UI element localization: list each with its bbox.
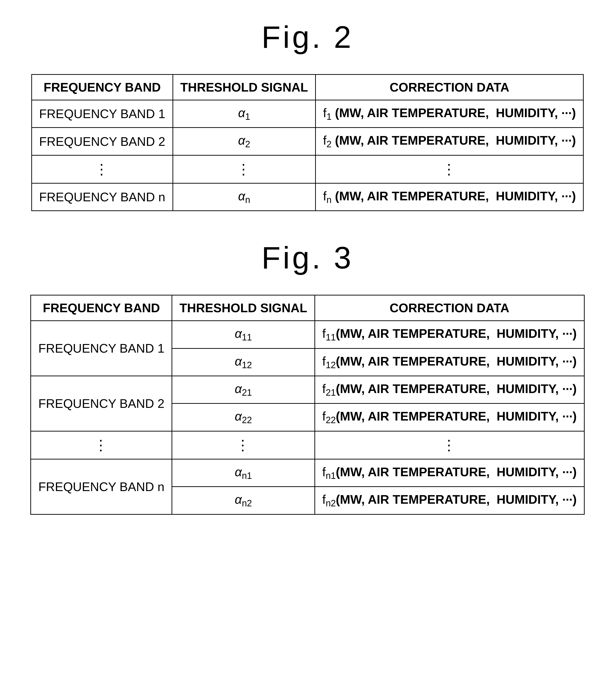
fig3-header-freq: FREQUENCY BAND	[31, 295, 172, 321]
fig2-title: Fig. 2	[261, 19, 354, 55]
table-row: FREQUENCY BAND 2 α2 f2 (MW, AIR TEMPERAT…	[31, 128, 584, 155]
fig3-title: Fig. 3	[261, 240, 354, 276]
fig2-rown-corr: fn (MW, AIR TEMPERATURE, HUMIDITY, ···)	[316, 183, 584, 211]
fig2-row2-freq: FREQUENCY BAND 2	[31, 128, 173, 155]
fig2-row1-freq: FREQUENCY BAND 1	[31, 100, 173, 128]
fig2-table: FREQUENCY BAND THRESHOLD SIGNAL CORRECTI…	[31, 74, 584, 211]
table-row: FREQUENCY BAND 1 α11 f11(MW, AIR TEMPERA…	[31, 321, 584, 348]
fig3-band1-thresh2: α12	[172, 348, 315, 376]
fig2-dots-corr: ⋮	[316, 155, 584, 183]
fig3-dots-thresh: ⋮	[172, 431, 315, 459]
table-row-dots: ⋮ ⋮ ⋮	[31, 431, 584, 459]
fig3-band1-thresh1: α11	[172, 321, 315, 348]
table-row-dots: ⋮ ⋮ ⋮	[31, 155, 584, 183]
fig2-row2-corr: f2 (MW, AIR TEMPERATURE, HUMIDITY, ···)	[316, 128, 584, 155]
table-row: FREQUENCY BAND 2 α21 f21(MW, AIR TEMPERA…	[31, 376, 584, 403]
fig3-bandn-corr1: fn1(MW, AIR TEMPERATURE, HUMIDITY, ···)	[315, 459, 584, 487]
fig3-header-thresh: THRESHOLD SIGNAL	[172, 295, 315, 321]
fig3-band2-corr2: f22(MW, AIR TEMPERATURE, HUMIDITY, ···)	[315, 403, 584, 431]
fig2-dots-thresh: ⋮	[173, 155, 316, 183]
table-row: FREQUENCY BAND n αn1 fn1(MW, AIR TEMPERA…	[31, 459, 584, 487]
fig3-band1-corr2: f12(MW, AIR TEMPERATURE, HUMIDITY, ···)	[315, 348, 584, 376]
fig2-dots-freq: ⋮	[31, 155, 173, 183]
figure-2: Fig. 2 FREQUENCY BAND THRESHOLD SIGNAL C…	[24, 19, 591, 211]
fig2-header-thresh: THRESHOLD SIGNAL	[173, 75, 316, 100]
fig2-rown-thresh: αn	[173, 183, 316, 211]
table-row: FREQUENCY BAND 1 α1 f1 (MW, AIR TEMPERAT…	[31, 100, 584, 128]
fig2-row2-thresh: α2	[173, 128, 316, 155]
table-row: FREQUENCY BAND n αn fn (MW, AIR TEMPERAT…	[31, 183, 584, 211]
fig2-row1-corr: f1 (MW, AIR TEMPERATURE, HUMIDITY, ···)	[316, 100, 584, 128]
fig3-dots-freq: ⋮	[31, 431, 172, 459]
fig3-band1-corr1: f11(MW, AIR TEMPERATURE, HUMIDITY, ···)	[315, 321, 584, 348]
fig3-bandn-thresh1: αn1	[172, 459, 315, 487]
figure-3: Fig. 3 FREQUENCY BAND THRESHOLD SIGNAL C…	[24, 240, 591, 514]
fig3-bandn-corr2: fn2(MW, AIR TEMPERATURE, HUMIDITY, ···)	[315, 487, 584, 514]
fig2-header-corr: CORRECTION DATA	[316, 75, 584, 100]
fig3-bandn-thresh2: αn2	[172, 487, 315, 514]
fig3-band2-thresh1: α21	[172, 376, 315, 403]
fig3-band2-corr1: f21(MW, AIR TEMPERATURE, HUMIDITY, ···)	[315, 376, 584, 403]
fig2-row1-thresh: α1	[173, 100, 316, 128]
fig3-header-corr: CORRECTION DATA	[315, 295, 584, 321]
fig2-rown-freq: FREQUENCY BAND n	[31, 183, 173, 211]
fig3-bandn-freq: FREQUENCY BAND n	[31, 459, 172, 514]
fig3-table: FREQUENCY BAND THRESHOLD SIGNAL CORRECTI…	[30, 295, 585, 514]
fig3-dots-corr: ⋮	[315, 431, 584, 459]
fig3-band2-freq: FREQUENCY BAND 2	[31, 376, 172, 431]
fig2-header-freq: FREQUENCY BAND	[31, 75, 173, 100]
fig3-band2-thresh2: α22	[172, 403, 315, 431]
fig3-band1-freq: FREQUENCY BAND 1	[31, 321, 172, 376]
